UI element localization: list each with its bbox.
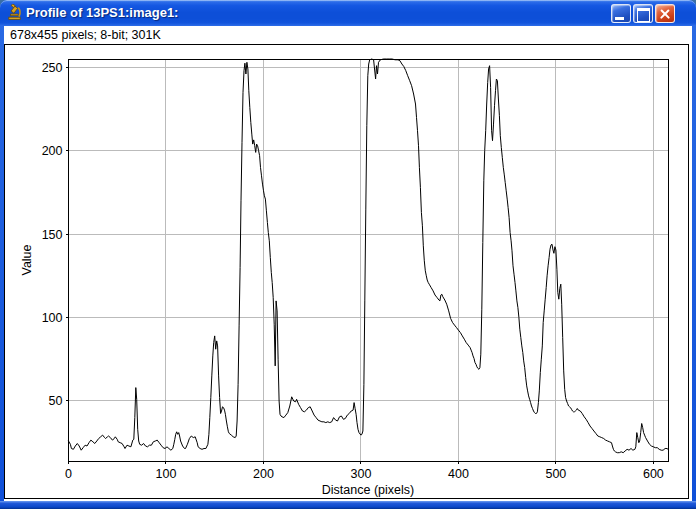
window-title: Profile of 13PS1:image1: <box>26 0 178 26</box>
plot-canvas[interactable]: 010020030040050060050100150200250 Distan… <box>4 44 689 499</box>
y-tick-label: 50 <box>49 394 63 408</box>
profile-chart: 010020030040050060050100150200250 Distan… <box>5 45 688 498</box>
x-tick-label: 200 <box>253 467 274 481</box>
window-client-area: 678x455 pixels; 8-bit; 301K 010020030040… <box>4 26 692 501</box>
x-tick-label: 0 <box>65 467 72 481</box>
title-bar[interactable]: Profile of 13PS1:image1: <box>0 0 696 26</box>
y-tick-label: 250 <box>42 61 63 75</box>
y-tick-label: 200 <box>42 144 63 158</box>
y-tick-label: 150 <box>42 228 63 242</box>
y-axis-label: Value <box>20 244 34 275</box>
x-axis-label: Distance (pixels) <box>322 483 414 497</box>
window-bottom-border[interactable] <box>0 501 696 509</box>
x-tick-label: 100 <box>156 467 177 481</box>
minimize-button[interactable] <box>611 4 631 23</box>
grid-lines <box>69 59 669 461</box>
x-tick-label: 600 <box>643 467 664 481</box>
close-button[interactable] <box>655 4 675 23</box>
x-tick-label: 300 <box>351 467 372 481</box>
y-tick-label: 100 <box>42 311 63 325</box>
x-tick-label: 500 <box>545 467 566 481</box>
profile-line <box>69 59 669 453</box>
x-tick-label: 400 <box>448 467 469 481</box>
profile-plot-window: Profile of 13PS1:image1: 678x455 pixels;… <box>0 0 696 509</box>
imagej-microscope-icon <box>6 4 23 21</box>
maximize-button[interactable] <box>633 4 653 23</box>
image-info-status: 678x455 pixels; 8-bit; 301K <box>10 28 161 43</box>
